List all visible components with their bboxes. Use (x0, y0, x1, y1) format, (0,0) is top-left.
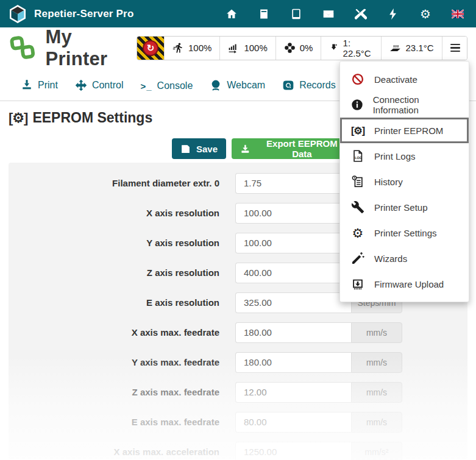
print-queue-icon[interactable] (258, 8, 270, 20)
save-floppy-icon (180, 144, 191, 154)
maintenance-tools-icon[interactable] (355, 8, 367, 20)
menu-item-deactivate[interactable]: Deactivate (340, 66, 469, 92)
menu-item-connection-information[interactable]: Connection Information (340, 92, 469, 118)
extruder-temperature-button[interactable]: 1: 22.5°C (321, 37, 381, 60)
speed-multiplier-button[interactable]: 100% (164, 37, 219, 60)
menu-item-firmware-upload[interactable]: Firmware Upload (340, 271, 469, 297)
history-icon (351, 175, 364, 188)
svg-text:LOG: LOG (355, 156, 362, 160)
menu-item-printer-eeprom[interactable]: [⚙] Printer EEPROM (340, 118, 469, 143)
fan-value: 0% (300, 43, 313, 53)
field-input[interactable] (235, 352, 351, 373)
heated-bed-icon (389, 42, 401, 54)
speed-value: 100% (188, 43, 211, 53)
printer-status-toolbar: ↻ 100% 100% 0% 1: 22.5°C 23.1°C (137, 36, 467, 60)
info-icon (350, 98, 364, 111)
language-flag-icon[interactable] (452, 8, 464, 20)
flow-multiplier-button[interactable]: 100% (219, 37, 275, 60)
hamburger-menu-icon (450, 47, 460, 48)
export-eeprom-button[interactable]: Export EEPROM Data (232, 138, 357, 159)
tab-records[interactable]: Records (274, 71, 344, 101)
printer-name: My Printer (45, 26, 137, 70)
field-input[interactable] (235, 173, 351, 194)
flow-value: 100% (244, 43, 267, 53)
menu-item-print-logs[interactable]: LOG Print Logs (340, 143, 469, 169)
field-input[interactable] (235, 292, 351, 313)
print-logs-icon: LOG (351, 149, 364, 163)
menu-item-history[interactable]: History (340, 169, 469, 194)
field-unit: mm/s (351, 382, 402, 403)
download-icon (240, 144, 250, 154)
field-unit: mm/s (351, 322, 402, 343)
firmware-upload-icon (351, 277, 364, 291)
print-tab-icon (21, 79, 33, 91)
home-icon[interactable] (226, 8, 238, 20)
field-label: Y axis resolution (9, 238, 221, 248)
console-prompt-icon: >_ (140, 81, 152, 91)
eeprom-row: Z axis max. feedrate mm/s (9, 377, 467, 407)
menu-item-wizards[interactable]: Wizards (340, 246, 469, 271)
printer-dropdown-menu: Deactivate Connection Information [⚙] Pr… (339, 61, 469, 302)
field-label: Z axis max. feedrate (9, 387, 221, 397)
eeprom-chip-icon: [⚙] (9, 110, 27, 126)
connection-chain-icon (9, 35, 37, 61)
tab-control[interactable]: Control (66, 71, 132, 101)
emergency-stop-icon: ↻ (143, 40, 158, 56)
field-label: X axis max. feedrate (9, 327, 221, 338)
field-label: Z axis resolution (9, 267, 221, 278)
field-label: X axis max. acceleration (9, 447, 221, 457)
menu-item-printer-settings[interactable]: ⚙ Printer Settings (340, 220, 469, 246)
deactivate-prohibition-icon (351, 73, 364, 86)
emergency-stop-button[interactable]: ↻ (137, 37, 164, 60)
extruder-icon (329, 42, 338, 54)
wrench-icon (351, 200, 364, 214)
eeprom-row: Y axis max. feedrate mm/s (9, 347, 467, 377)
power-icon[interactable] (387, 8, 399, 20)
save-button[interactable]: Save (172, 138, 226, 159)
field-input[interactable] (235, 263, 351, 283)
field-unit: mm/s² (351, 442, 402, 460)
fan-icon (284, 42, 296, 54)
eeprom-chip-icon: [⚙] (351, 125, 364, 136)
extruder-temp-value: 1: 22.5°C (343, 38, 374, 58)
tab-print[interactable]: Print (12, 71, 66, 101)
magic-wand-icon (351, 252, 364, 265)
bed-temperature-button[interactable]: 23.1°C (381, 37, 441, 60)
eeprom-row: X axis max. feedrate mm/s (9, 317, 467, 347)
top-navigation-bar: Repetier-Server Pro ⚙ (0, 0, 476, 27)
field-label: E axis resolution (9, 297, 221, 308)
field-unit: mm/s (351, 412, 402, 433)
field-input[interactable] (235, 382, 351, 403)
messages-icon[interactable] (322, 8, 335, 20)
flow-bars-icon (228, 42, 240, 54)
eeprom-row: X axis max. acceleration mm/s² (9, 437, 467, 460)
app-title: Repetier-Server Pro (34, 8, 133, 20)
field-input[interactable] (235, 203, 351, 224)
field-input[interactable] (235, 442, 351, 460)
webcam-icon (210, 79, 222, 91)
field-label: Filament diameter extr. 0 (9, 178, 221, 188)
bed-temp-value: 23.1°C (405, 43, 433, 53)
field-label: Y axis max. feedrate (9, 357, 221, 367)
field-unit: mm/s (351, 352, 402, 373)
field-label: X axis resolution (9, 208, 221, 218)
settings-gear-icon: ⚙ (352, 227, 364, 239)
records-icon (282, 79, 294, 91)
repetier-logo-icon (9, 4, 27, 24)
printer-menu-button[interactable] (442, 37, 468, 60)
global-settings-gear-icon[interactable]: ⚙ (419, 8, 432, 20)
speed-runner-icon (172, 42, 184, 54)
fan-speed-button[interactable]: 0% (275, 37, 321, 60)
field-label: E axis max. feedrate (9, 417, 221, 427)
field-input[interactable] (235, 233, 351, 253)
tab-webcam[interactable]: Webcam (201, 71, 274, 101)
eeprom-row: E axis max. feedrate mm/s (9, 407, 467, 437)
menu-item-printer-setup[interactable]: Printer Setup (340, 194, 469, 220)
field-input[interactable] (235, 322, 351, 343)
field-input[interactable] (235, 412, 351, 433)
tab-console[interactable]: >_ Console (132, 73, 201, 101)
control-arrows-icon (75, 79, 87, 91)
devices-icon[interactable] (290, 8, 302, 20)
